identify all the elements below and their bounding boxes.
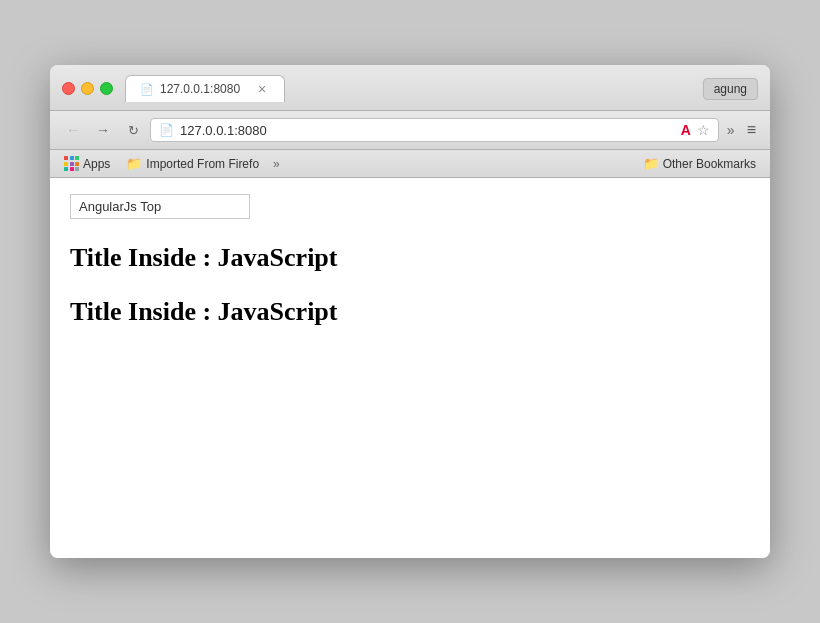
tab-close-button[interactable]: × <box>254 81 270 97</box>
angularjs-top-input[interactable] <box>70 194 250 219</box>
title-line-2: Title Inside : JavaScript <box>70 297 750 327</box>
tab-bar: 📄 127.0.0.1:8080 × <box>125 75 703 102</box>
active-tab[interactable]: 📄 127.0.0.1:8080 × <box>125 75 285 102</box>
reload-button[interactable]: ↻ <box>120 117 146 143</box>
reload-icon: ↻ <box>128 123 139 138</box>
extensions-chevron[interactable]: » <box>723 120 739 140</box>
browser-window: 📄 127.0.0.1:8080 × agung ← → ↻ 📄 127.0.0… <box>50 65 770 558</box>
traffic-lights <box>62 82 113 95</box>
bookmarks-bar: Apps 📁 Imported From Firefo » 📁 Other Bo… <box>50 150 770 178</box>
address-text: 127.0.0.1:8080 <box>180 123 675 138</box>
profile-button[interactable]: agung <box>703 78 758 100</box>
menu-button[interactable]: ≡ <box>743 119 760 141</box>
nav-bar: ← → ↻ 📄 127.0.0.1:8080 A ☆ » ≡ <box>50 111 770 150</box>
apps-label: Apps <box>83 157 110 171</box>
other-folder-icon: 📁 <box>643 156 659 171</box>
back-button[interactable]: ← <box>60 117 86 143</box>
nav-extras: » ≡ <box>723 119 760 141</box>
bookmarks-overflow-button[interactable]: » <box>271 155 282 173</box>
tab-title: 127.0.0.1:8080 <box>160 82 248 96</box>
tab-page-icon: 📄 <box>140 83 154 96</box>
maximize-button[interactable] <box>100 82 113 95</box>
imported-label: Imported From Firefo <box>146 157 259 171</box>
close-button[interactable] <box>62 82 75 95</box>
title-line-1: Title Inside : JavaScript <box>70 243 750 273</box>
address-bar[interactable]: 📄 127.0.0.1:8080 A ☆ <box>150 118 719 142</box>
angular-icon: A <box>681 122 691 138</box>
other-bookmarks-label: Other Bookmarks <box>663 157 756 171</box>
address-page-icon: 📄 <box>159 123 174 137</box>
back-icon: ← <box>66 122 80 138</box>
title-bar-top: 📄 127.0.0.1:8080 × agung <box>62 75 758 102</box>
other-bookmarks[interactable]: 📁 Other Bookmarks <box>639 154 760 173</box>
forward-button[interactable]: → <box>90 117 116 143</box>
apps-grid-icon <box>64 156 79 171</box>
title-bar: 📄 127.0.0.1:8080 × agung <box>50 65 770 111</box>
minimize-button[interactable] <box>81 82 94 95</box>
apps-bookmark[interactable]: Apps <box>60 154 114 173</box>
bookmark-star-icon[interactable]: ☆ <box>697 122 710 138</box>
folder-icon: 📁 <box>126 156 142 171</box>
forward-icon: → <box>96 122 110 138</box>
page-content: Title Inside : JavaScript Title Inside :… <box>50 178 770 558</box>
imported-bookmark[interactable]: 📁 Imported From Firefo <box>122 154 263 173</box>
